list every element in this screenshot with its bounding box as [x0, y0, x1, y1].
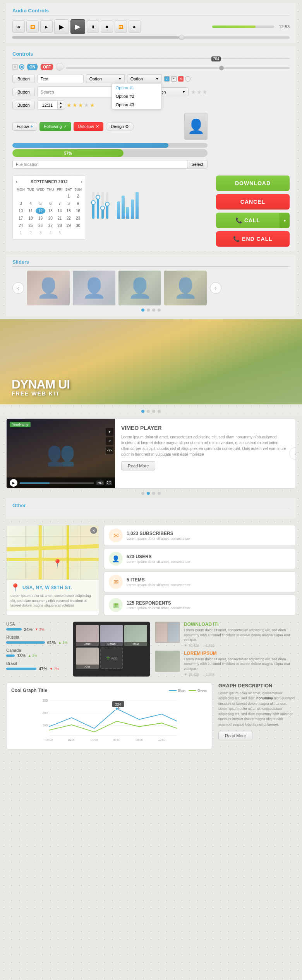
star-filled-3[interactable]: ★ — [78, 102, 83, 108]
star-1[interactable]: ★ — [191, 89, 196, 95]
cal-day-14[interactable]: 14 — [56, 208, 64, 214]
vimeo-dot-3[interactable] — [152, 492, 155, 495]
video-fullscreen-badge[interactable]: ⛶ — [106, 481, 112, 485]
v-slider-thumb-1[interactable] — [91, 200, 96, 205]
forward-button[interactable]: ⏩ — [115, 20, 127, 33]
toggle-circle[interactable] — [56, 63, 63, 71]
map-close-button[interactable]: ✕ — [90, 527, 97, 534]
radio-off[interactable] — [12, 64, 18, 70]
file-select-button[interactable]: Select — [187, 160, 207, 168]
cal-day-17[interactable]: 17 — [16, 215, 26, 222]
cal-day-29[interactable]: 29 — [65, 222, 73, 229]
hero-dot-2[interactable] — [147, 410, 150, 413]
vimeo-dot-1[interactable] — [141, 492, 144, 495]
carousel-dot-1[interactable] — [141, 308, 144, 312]
dropdown-option-1[interactable]: Option #1 — [112, 84, 161, 92]
video-icon-code[interactable]: </> — [106, 447, 113, 454]
button-3[interactable]: Button — [12, 101, 35, 109]
cal-day-next-5[interactable]: 5 — [56, 230, 64, 236]
pause-button[interactable]: ⏸ — [87, 20, 99, 33]
v-slider-thumb-3[interactable] — [100, 206, 105, 210]
cal-day-19[interactable]: 19 — [36, 215, 45, 222]
cal-day-7[interactable]: 7 — [56, 200, 64, 207]
video-play-button[interactable]: ▶ — [10, 479, 17, 487]
cal-day-next-3[interactable]: 3 — [36, 230, 45, 236]
cal-day-9[interactable]: 9 — [74, 200, 82, 207]
main-slider[interactable] — [66, 67, 290, 69]
button-1[interactable]: Button — [12, 75, 35, 83]
v-slider-1[interactable] — [92, 192, 94, 219]
time-input[interactable]: 12:31 ▲ ▼ — [37, 101, 64, 110]
cal-day-11[interactable]: 11 — [26, 208, 35, 214]
cal-day-8[interactable]: 8 — [65, 200, 73, 207]
unfollow-button[interactable]: Unfollow ✕ — [74, 122, 103, 131]
cal-day-22[interactable]: 22 — [65, 215, 73, 222]
cal-day-25[interactable]: 25 — [26, 222, 35, 229]
cal-day-6[interactable]: 6 — [46, 200, 55, 207]
cal-day-4[interactable]: 4 — [26, 200, 35, 207]
end-call-button[interactable]: 📞 END CALL — [216, 231, 290, 247]
calendar-next[interactable]: › — [81, 179, 82, 184]
cal-day-5[interactable]: 5 — [36, 200, 45, 207]
checkbox-circle[interactable] — [185, 76, 190, 82]
cal-day-15[interactable]: 15 — [65, 208, 73, 214]
v-slider-2[interactable] — [97, 192, 99, 219]
v-slider-thumb-4[interactable] — [105, 202, 110, 206]
play-large-button[interactable]: ▶ — [70, 19, 85, 34]
cal-day-27[interactable]: 27 — [46, 222, 55, 229]
toggle-off-switch[interactable]: OFF — [40, 63, 53, 71]
person-add-button[interactable]: + Add — [100, 648, 123, 669]
read-more-button[interactable]: Read More — [121, 461, 155, 470]
vimeo-dot-4[interactable] — [158, 492, 161, 495]
cal-day-21[interactable]: 21 — [56, 215, 64, 222]
carousel-dot-4[interactable] — [158, 308, 161, 312]
audio-seekbar[interactable] — [12, 36, 290, 39]
button-2[interactable]: Button — [12, 88, 35, 96]
cal-day-30[interactable]: 30 — [74, 222, 82, 229]
following-button[interactable]: Following ✓ — [39, 122, 71, 131]
option-select-2[interactable]: Option ▾ — [127, 74, 162, 83]
play-small-button[interactable]: ▶ — [40, 20, 53, 33]
star-filled-5[interactable]: ★ — [90, 102, 95, 108]
cal-day-23[interactable]: 23 — [74, 215, 82, 222]
v-slider-4[interactable] — [106, 192, 108, 219]
cal-day-20[interactable]: 20 — [46, 215, 55, 222]
cal-day-13[interactable]: 13 — [46, 208, 55, 214]
graph-read-more-button[interactable]: Read More — [218, 731, 252, 740]
carousel-dot-3[interactable] — [152, 308, 155, 312]
time-down[interactable]: ▼ — [58, 105, 64, 109]
cal-day-18[interactable]: 18 — [26, 215, 35, 222]
cal-day-1[interactable]: 1 — [65, 193, 73, 199]
checkbox-x[interactable]: ✕ — [178, 76, 184, 82]
star-filled-1[interactable]: ★ — [67, 102, 72, 108]
design-button[interactable]: Design ⚙ — [106, 122, 134, 131]
star-3[interactable]: ★ — [202, 89, 208, 95]
call-dropdown-arrow[interactable]: ▾ — [280, 213, 290, 228]
download-button[interactable]: DOWNLOAD — [216, 176, 290, 191]
cal-day-28[interactable]: 28 — [56, 222, 64, 229]
cancel-button[interactable]: CANCEL — [216, 194, 290, 210]
call-button[interactable]: 📞 CALL — [216, 213, 280, 228]
skip-forward-button[interactable]: ⏭ — [129, 20, 141, 33]
cal-day-24[interactable]: 24 — [16, 222, 26, 229]
vimeo-dot-2[interactable] — [147, 492, 150, 495]
star-2[interactable]: ★ — [197, 89, 202, 95]
time-up[interactable]: ▲ — [58, 101, 64, 105]
play-medium-button[interactable]: ▶ — [54, 19, 69, 34]
video-icon-heart[interactable]: ♥ — [106, 428, 113, 436]
v-slider-thumb-2[interactable] — [96, 195, 100, 199]
option-select-1[interactable]: Option ▾ — [86, 74, 125, 83]
toggle-on-switch[interactable]: ON — [27, 63, 38, 71]
cal-day-12[interactable]: 12 — [36, 208, 45, 214]
hero-dot-1[interactable] — [141, 410, 144, 413]
radio-on[interactable] — [19, 64, 24, 70]
text-field[interactable] — [37, 75, 84, 83]
dropdown-option-3[interactable]: Option #3 — [112, 101, 161, 109]
carousel-next[interactable]: › — [210, 282, 221, 294]
audio-seek-thumb[interactable] — [179, 35, 184, 40]
v-slider-3[interactable] — [101, 192, 104, 219]
cal-day-next-4[interactable]: 4 — [46, 230, 55, 236]
star-empty-4[interactable]: ★ — [84, 102, 89, 108]
hero-dot-3[interactable] — [152, 410, 155, 413]
cal-day-3[interactable]: 3 — [16, 200, 26, 207]
